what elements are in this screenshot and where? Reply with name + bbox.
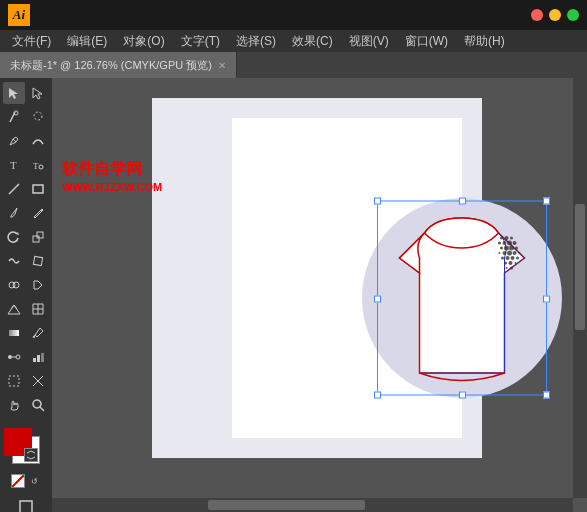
color-swatches: ↺ <box>0 424 52 492</box>
svg-rect-13 <box>9 330 19 336</box>
tool-row-2 <box>0 106 52 128</box>
tshirt-shape <box>380 203 545 393</box>
bottom-tools <box>0 496 52 512</box>
tool-row-1 <box>0 82 52 104</box>
tool-row-10 <box>0 298 52 320</box>
menu-view[interactable]: 视图(V) <box>341 31 397 52</box>
svg-point-15 <box>8 355 12 359</box>
svg-rect-20 <box>41 353 44 362</box>
svg-point-35 <box>504 246 509 251</box>
tshirt-area <box>332 148 587 448</box>
curvature-tool[interactable] <box>27 130 49 152</box>
free-transform-tool[interactable] <box>27 250 49 272</box>
svg-point-37 <box>515 247 518 250</box>
rotate-tool[interactable] <box>3 226 25 248</box>
horizontal-scrollbar[interactable] <box>52 498 573 512</box>
no-color-swatch[interactable] <box>11 474 25 488</box>
vertical-scrollbar[interactable] <box>573 78 587 498</box>
svg-point-5 <box>39 165 43 169</box>
selection-tool[interactable] <box>3 82 25 104</box>
menu-help[interactable]: 帮助(H) <box>456 31 513 52</box>
tool-row-8 <box>0 250 52 272</box>
watermark-line2: WWW.RJZXW.COM <box>62 180 162 195</box>
menu-edit[interactable]: 编辑(E) <box>59 31 115 52</box>
svg-rect-9 <box>37 232 43 238</box>
canvas-area[interactable]: 软件自学网 WWW.RJZXW.COM <box>52 78 587 512</box>
app-logo: Ai <box>8 4 30 26</box>
tool-row-14 <box>0 394 52 416</box>
touch-type-tool[interactable]: T <box>27 154 49 176</box>
menu-file[interactable]: 文件(F) <box>4 31 59 52</box>
menu-object[interactable]: 对象(O) <box>115 31 172 52</box>
lasso-tool[interactable] <box>27 106 49 128</box>
svg-rect-7 <box>33 185 43 193</box>
paintbrush-tool[interactable] <box>3 202 25 224</box>
svg-point-28 <box>505 236 509 240</box>
pen-tool[interactable] <box>3 130 25 152</box>
pencil-tool[interactable] <box>27 202 49 224</box>
svg-rect-10 <box>33 256 42 265</box>
tool-row-11 <box>0 322 52 344</box>
reset-colors-button[interactable]: ↺ <box>27 474 41 488</box>
magic-wand-tool[interactable] <box>3 106 25 128</box>
column-graph-tool[interactable] <box>27 346 49 368</box>
warp-tool[interactable] <box>3 250 25 272</box>
svg-point-30 <box>498 242 501 245</box>
slice-tool[interactable] <box>27 370 49 392</box>
change-screen-mode[interactable] <box>15 496 37 512</box>
svg-point-14 <box>33 336 35 338</box>
watermark-line1: 软件自学网 <box>62 158 162 180</box>
tool-row-7 <box>0 226 52 248</box>
svg-point-12 <box>13 282 19 288</box>
document-canvas <box>152 98 482 458</box>
svg-point-2 <box>34 112 42 120</box>
gradient-tool[interactable] <box>3 322 25 344</box>
svg-line-6 <box>9 184 19 194</box>
svg-point-45 <box>511 256 515 260</box>
direct-selection-tool[interactable] <box>27 82 49 104</box>
shape-builder-tool[interactable] <box>3 274 25 296</box>
svg-point-31 <box>503 241 507 245</box>
type-tool[interactable]: T <box>3 154 25 176</box>
swap-colors-icon[interactable] <box>24 448 38 462</box>
svg-point-34 <box>500 247 503 250</box>
svg-point-24 <box>33 400 41 408</box>
svg-point-29 <box>510 237 513 240</box>
svg-point-51 <box>510 267 513 270</box>
svg-line-25 <box>40 407 44 411</box>
svg-point-36 <box>509 246 514 251</box>
artboard-tool[interactable] <box>3 370 25 392</box>
menu-type[interactable]: 文字(T) <box>173 31 228 52</box>
svg-point-50 <box>506 267 508 269</box>
blend-tool[interactable] <box>3 346 25 368</box>
tab-bar: 未标题-1* @ 126.76% (CMYK/GPU 预览) ✕ <box>0 52 587 78</box>
svg-point-32 <box>507 241 512 246</box>
svg-rect-21 <box>9 376 19 386</box>
perspective-grid-tool[interactable] <box>3 298 25 320</box>
svg-point-46 <box>516 257 519 260</box>
live-paint-bucket-tool[interactable] <box>27 274 49 296</box>
mesh-tool[interactable] <box>27 298 49 320</box>
vertical-scroll-thumb[interactable] <box>575 204 585 330</box>
tab-label: 未标题-1* @ 126.76% (CMYK/GPU 预览) <box>10 58 212 73</box>
svg-point-39 <box>503 251 507 255</box>
menu-select[interactable]: 选择(S) <box>228 31 284 52</box>
tab-close-button[interactable]: ✕ <box>218 60 226 71</box>
svg-rect-18 <box>33 358 36 362</box>
eyedropper-tool[interactable] <box>27 322 49 344</box>
horizontal-scroll-thumb[interactable] <box>208 500 364 510</box>
menu-window[interactable]: 窗口(W) <box>397 31 456 52</box>
hand-tool[interactable] <box>3 394 25 416</box>
zoom-tool[interactable] <box>27 394 49 416</box>
line-segment-tool[interactable] <box>3 178 25 200</box>
document-tab[interactable]: 未标题-1* @ 126.76% (CMYK/GPU 预览) ✕ <box>0 52 237 78</box>
svg-point-47 <box>504 262 507 265</box>
artboard <box>232 118 462 438</box>
svg-point-48 <box>509 261 513 265</box>
rectangle-tool[interactable] <box>27 178 49 200</box>
main-layout: T T <box>0 78 587 512</box>
swatch-container <box>4 428 48 472</box>
menu-effect[interactable]: 效果(C) <box>284 31 341 52</box>
scale-tool[interactable] <box>27 226 49 248</box>
small-swatches: ↺ <box>4 474 48 488</box>
